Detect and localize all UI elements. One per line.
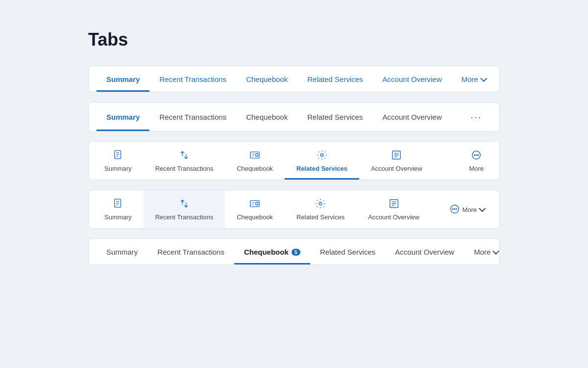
doc-icon: [113, 150, 123, 162]
svg-rect-9: [256, 154, 258, 157]
chevron-down-icon: [479, 205, 486, 212]
list-icon: [391, 150, 402, 162]
tab-panel-4: Summary Recent Transactions Chequebook R…: [88, 190, 500, 229]
tab-bar-4: Summary Recent Transactions Chequebook R…: [89, 190, 499, 228]
svg-point-36: [454, 209, 455, 210]
tab-account-3[interactable]: Account Overview: [359, 142, 434, 180]
tab-summary-3[interactable]: Summary: [93, 142, 144, 180]
tab-related-3[interactable]: Related Services: [285, 142, 359, 180]
tab-related-5[interactable]: Related Services: [310, 239, 385, 264]
svg-point-18: [478, 155, 479, 156]
tab-recent-2[interactable]: Recent Transactions: [149, 103, 236, 131]
chevron-down-icon: [492, 247, 499, 254]
arrows-icon: [179, 150, 190, 162]
tab-chequebook-5[interactable]: Chequebook 5: [234, 239, 310, 264]
tab-more-4[interactable]: More: [438, 190, 495, 228]
tab-more-1[interactable]: More: [451, 66, 494, 92]
arrows-icon: [179, 198, 190, 210]
tab-account-2[interactable]: Account Overview: [373, 103, 452, 131]
gear-icon: [317, 150, 327, 162]
tab-panel-1: Summary Recent Transactions Chequebook R…: [88, 66, 500, 92]
tab-account-5[interactable]: Account Overview: [385, 239, 464, 264]
cheque-icon: [249, 150, 260, 162]
page-title: Tabs: [88, 29, 500, 50]
tab-chequebook-2[interactable]: Chequebook: [236, 103, 297, 131]
tab-account-4[interactable]: Account Overview: [356, 190, 431, 228]
tab-chequebook-3[interactable]: Chequebook: [225, 142, 285, 180]
tab-recent-3[interactable]: Recent Transactions: [144, 142, 225, 180]
tab-account-1[interactable]: Account Overview: [373, 66, 452, 92]
tab-recent-5[interactable]: Recent Transactions: [147, 239, 234, 264]
tab-summary-1[interactable]: Summary: [97, 66, 149, 92]
tab-related-1[interactable]: Related Services: [297, 66, 372, 92]
tab-more-3[interactable]: More: [457, 142, 495, 180]
tab-recent-1[interactable]: Recent Transactions: [149, 66, 236, 92]
tab-bar-3: Summary Recent Transactions Chequebook R…: [89, 142, 499, 180]
tab-bar-5: Summary Recent Transactions Chequebook 5…: [89, 239, 499, 264]
svg-point-16: [474, 155, 475, 156]
tab-recent-4[interactable]: Recent Transactions: [144, 190, 225, 228]
dots-circle-icon: [449, 204, 460, 216]
tab-panel-3: Summary Recent Transactions Chequebook R…: [88, 141, 500, 180]
list-icon: [389, 198, 399, 210]
svg-point-37: [456, 209, 457, 210]
tab-related-4[interactable]: Related Services: [285, 190, 356, 228]
tab-panel-5: Summary Recent Transactions Chequebook 5…: [88, 238, 500, 265]
svg-point-10: [320, 154, 323, 157]
tab-chequebook-1[interactable]: Chequebook: [236, 66, 297, 92]
page-container: Tabs Summary Recent Transactions Chequeb…: [0, 0, 588, 304]
tab-summary-2[interactable]: Summary: [97, 103, 149, 131]
cheque-icon: [249, 198, 260, 210]
svg-rect-28: [256, 202, 258, 205]
gear-icon: [315, 198, 326, 210]
doc-icon: [113, 198, 123, 210]
svg-point-29: [319, 202, 322, 205]
tab-summary-5[interactable]: Summary: [97, 239, 147, 264]
tab-summary-4[interactable]: Summary: [93, 190, 144, 228]
tab-panel-2: Summary Recent Transactions Chequebook R…: [88, 102, 500, 131]
tab-related-2[interactable]: Related Services: [297, 103, 372, 131]
tab-bar-2: Summary Recent Transactions Chequebook R…: [89, 103, 499, 131]
svg-point-35: [453, 209, 454, 210]
svg-point-17: [476, 155, 477, 156]
chevron-down-icon: [480, 75, 487, 81]
tab-more-2[interactable]: ···: [461, 103, 491, 131]
dots-circle-icon: [471, 150, 482, 162]
tab-more-5[interactable]: More: [464, 239, 500, 264]
tab-bar-1: Summary Recent Transactions Chequebook R…: [89, 66, 499, 92]
tab-chequebook-4[interactable]: Chequebook: [225, 190, 285, 228]
chequebook-badge: 5: [292, 249, 300, 256]
